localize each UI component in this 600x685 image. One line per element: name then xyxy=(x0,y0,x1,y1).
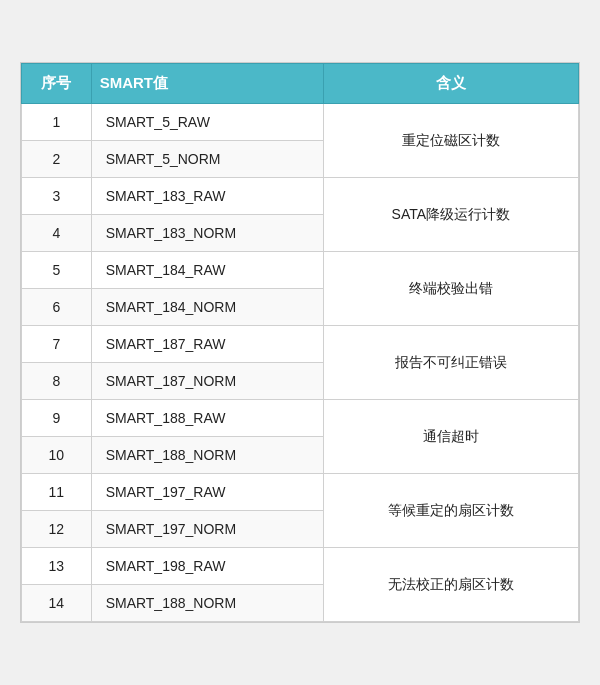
cell-smart: SMART_197_NORM xyxy=(91,511,323,548)
cell-meaning: 通信超时 xyxy=(323,400,578,474)
cell-seq: 2 xyxy=(22,141,92,178)
cell-meaning: 重定位磁区计数 xyxy=(323,104,578,178)
cell-meaning: 等候重定的扇区计数 xyxy=(323,474,578,548)
main-table-wrapper: 序号 SMART值 含义 1SMART_5_RAW重定位磁区计数2SMART_5… xyxy=(20,62,580,623)
cell-seq: 12 xyxy=(22,511,92,548)
cell-seq: 3 xyxy=(22,178,92,215)
header-smart: SMART值 xyxy=(91,64,323,104)
cell-seq: 6 xyxy=(22,289,92,326)
cell-smart: SMART_184_RAW xyxy=(91,252,323,289)
cell-seq: 5 xyxy=(22,252,92,289)
table-row: 7SMART_187_RAW报告不可纠正错误 xyxy=(22,326,579,363)
table-row: 13SMART_198_RAW无法校正的扇区计数 xyxy=(22,548,579,585)
cell-meaning: SATA降级运行计数 xyxy=(323,178,578,252)
cell-smart: SMART_198_RAW xyxy=(91,548,323,585)
cell-smart: SMART_197_RAW xyxy=(91,474,323,511)
cell-meaning: 终端校验出错 xyxy=(323,252,578,326)
cell-smart: SMART_5_RAW xyxy=(91,104,323,141)
table-row: 11SMART_197_RAW等候重定的扇区计数 xyxy=(22,474,579,511)
cell-seq: 1 xyxy=(22,104,92,141)
cell-meaning: 报告不可纠正错误 xyxy=(323,326,578,400)
cell-seq: 7 xyxy=(22,326,92,363)
header-meaning: 含义 xyxy=(323,64,578,104)
cell-meaning: 无法校正的扇区计数 xyxy=(323,548,578,622)
table-row: 5SMART_184_RAW终端校验出错 xyxy=(22,252,579,289)
cell-smart: SMART_188_NORM xyxy=(91,437,323,474)
cell-smart: SMART_183_RAW xyxy=(91,178,323,215)
cell-smart: SMART_188_RAW xyxy=(91,400,323,437)
cell-smart: SMART_187_RAW xyxy=(91,326,323,363)
cell-smart: SMART_183_NORM xyxy=(91,215,323,252)
cell-seq: 11 xyxy=(22,474,92,511)
cell-smart: SMART_187_NORM xyxy=(91,363,323,400)
cell-seq: 8 xyxy=(22,363,92,400)
cell-seq: 10 xyxy=(22,437,92,474)
smart-table: 序号 SMART值 含义 1SMART_5_RAW重定位磁区计数2SMART_5… xyxy=(21,63,579,622)
cell-seq: 13 xyxy=(22,548,92,585)
table-row: 1SMART_5_RAW重定位磁区计数 xyxy=(22,104,579,141)
table-row: 9SMART_188_RAW通信超时 xyxy=(22,400,579,437)
cell-smart: SMART_5_NORM xyxy=(91,141,323,178)
cell-seq: 14 xyxy=(22,585,92,622)
cell-smart: SMART_184_NORM xyxy=(91,289,323,326)
header-seq: 序号 xyxy=(22,64,92,104)
cell-smart: SMART_188_NORM xyxy=(91,585,323,622)
cell-seq: 4 xyxy=(22,215,92,252)
table-row: 3SMART_183_RAWSATA降级运行计数 xyxy=(22,178,579,215)
cell-seq: 9 xyxy=(22,400,92,437)
